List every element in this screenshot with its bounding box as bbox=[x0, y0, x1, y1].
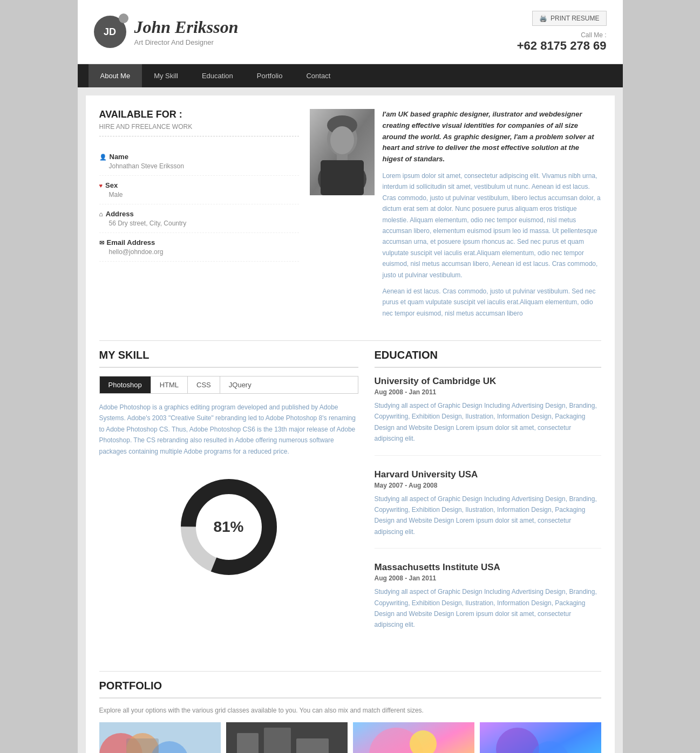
nav-item-contact[interactable]: Contact bbox=[294, 64, 342, 87]
bio-lorem2-link1: justo ut pulvinar vestibulum. bbox=[490, 287, 570, 295]
donut-label: 81% bbox=[213, 518, 243, 536]
skills-panel: MY SKILL Photoshop HTML CSS JQuery Adobe… bbox=[99, 349, 358, 655]
edu-uni-2: Harvard University USA bbox=[375, 469, 601, 480]
svg-rect-18 bbox=[264, 728, 291, 753]
edu-date-2: May 2007 - Aug 2008 bbox=[375, 482, 601, 489]
nav-item-skill[interactable]: My Skill bbox=[142, 64, 190, 87]
skills-title: MY SKILL bbox=[99, 349, 358, 368]
portfolio-item-2[interactable] bbox=[226, 722, 348, 753]
edu-desc-3-text1: Studying all aspect of Graphic Design bbox=[375, 588, 484, 595]
sex-value: Male bbox=[99, 191, 299, 198]
bio-lorem2-link2: nisl metus accumsan libero bbox=[445, 310, 523, 317]
svg-point-6 bbox=[330, 126, 354, 154]
skills-edu-section: MY SKILL Photoshop HTML CSS JQuery Adobe… bbox=[99, 349, 601, 655]
name-label: Name bbox=[99, 153, 299, 161]
portfolio-item-1[interactable] bbox=[99, 722, 221, 753]
tab-css[interactable]: CSS bbox=[188, 376, 220, 393]
printer-icon: 🖨️ bbox=[539, 15, 547, 22]
tab-jquery[interactable]: JQuery bbox=[220, 376, 260, 393]
hire-text: HIRE AND FREELANCE WORK bbox=[99, 123, 299, 136]
svg-rect-19 bbox=[296, 738, 329, 753]
logo-area: JD John Eriksson Art Director And Design… bbox=[94, 16, 239, 48]
divider-2 bbox=[99, 671, 601, 672]
donut-chart: 81% bbox=[175, 473, 283, 581]
bio-lorem1-text2: Aenean id est lacus. Cras commodo, justo… bbox=[383, 183, 601, 278]
nav-item-about[interactable]: About Me bbox=[89, 64, 142, 87]
right-panel: I'am UK based graphic designer, ilustrat… bbox=[310, 109, 601, 324]
site-name: John Eriksson bbox=[134, 17, 239, 37]
education-panel: EDUCATION University of Cambridge UK Aug… bbox=[375, 349, 601, 655]
profile-photo bbox=[310, 109, 375, 195]
edu-desc-1-text1: Studying all aspect of Graphic Design bbox=[375, 402, 484, 409]
name-info: Name Johnathan Steve Eriksson bbox=[99, 147, 299, 176]
portfolio-title: PORTFOLIO bbox=[99, 680, 601, 699]
skill-description: Adobe Photoshop is a graphics editing pr… bbox=[99, 402, 358, 457]
portfolio-item-3[interactable] bbox=[353, 722, 474, 753]
name-value: Johnathan Steve Eriksson bbox=[99, 162, 299, 170]
tab-photoshop[interactable]: Photoshop bbox=[100, 376, 151, 393]
skill-desc-link3: multiple Adobe programs for a reduced pr… bbox=[160, 448, 289, 455]
portfolio-item-4[interactable] bbox=[480, 722, 601, 753]
about-section: AVAILABLE FOR : HIRE AND FREELANCE WORK … bbox=[99, 109, 601, 324]
profile-photo-svg bbox=[310, 109, 375, 195]
edu-desc-1: Studying all aspect of Graphic Design In… bbox=[375, 400, 601, 444]
bio-lorem1-link1: vestibulum ut nunc. bbox=[474, 183, 530, 190]
name-title-block: John Eriksson Art Director And Designer bbox=[134, 17, 239, 46]
bio-lorem1: Lorem ipsum dolor sit amet, consectetur … bbox=[383, 170, 601, 280]
available-title: AVAILABLE FOR : bbox=[99, 109, 299, 120]
skill-tabs: Photoshop HTML CSS JQuery bbox=[99, 376, 358, 394]
user-icon bbox=[99, 153, 107, 161]
edu-item-3: Massachusetts Institute USA Aug 2008 - J… bbox=[375, 562, 601, 641]
bio-lorem2-text1: Aenean id est lacus. Cras commodo, bbox=[383, 287, 490, 295]
header: JD John Eriksson Art Director And Design… bbox=[78, 0, 623, 64]
email-info: Email Address hello@johndoe.org bbox=[99, 233, 299, 262]
edu-desc-2-text1: Studying all aspect of Graphic Design bbox=[375, 495, 484, 503]
bio-lorem2: Aenean id est lacus. Cras commodo, justo… bbox=[383, 286, 601, 319]
phone-number: +62 8175 278 69 bbox=[517, 39, 607, 53]
nav-item-education[interactable]: Education bbox=[190, 64, 245, 87]
edu-item-1: University of Cambridge UK Aug 2008 - Ja… bbox=[375, 376, 601, 456]
available-for: AVAILABLE FOR : HIRE AND FREELANCE WORK bbox=[99, 109, 299, 136]
edu-desc-2: Studying all aspect of Graphic Design In… bbox=[375, 494, 601, 538]
print-resume-button[interactable]: 🖨️ PRINT RESUME bbox=[532, 11, 606, 26]
svg-rect-17 bbox=[237, 733, 259, 753]
divider-1 bbox=[99, 340, 601, 341]
svg-rect-7 bbox=[321, 160, 364, 195]
bio-intro: I'am UK based graphic designer, ilustrat… bbox=[383, 109, 601, 165]
home-icon bbox=[99, 210, 103, 218]
main-content: AVAILABLE FOR : HIRE AND FREELANCE WORK … bbox=[86, 95, 615, 753]
svg-rect-14 bbox=[126, 738, 159, 753]
address-label: Address bbox=[99, 210, 299, 218]
portfolio-grid bbox=[99, 722, 601, 753]
edu-desc-3: Studying all aspect of Graphic Design In… bbox=[375, 586, 601, 631]
avatar: JD bbox=[94, 16, 126, 48]
edu-date-3: Aug 2008 - Jan 2011 bbox=[375, 574, 601, 582]
header-right: 🖨️ PRINT RESUME Call Me : +62 8175 278 6… bbox=[517, 11, 607, 53]
email-label-item: Email Address bbox=[99, 238, 299, 247]
address-info: Address 56 Dry street, City, Country bbox=[99, 204, 299, 233]
skill-desc-link2: Adobe Photoshop CS. bbox=[106, 426, 170, 433]
call-label: Call Me : bbox=[517, 31, 607, 39]
heart-icon bbox=[99, 181, 103, 189]
avatar-initials: JD bbox=[104, 26, 116, 38]
edu-date-1: Aug 2008 - Jan 2011 bbox=[375, 388, 601, 396]
tab-html[interactable]: HTML bbox=[151, 376, 188, 393]
email-icon bbox=[99, 238, 104, 247]
address-value: 56 Dry street, City, Country bbox=[99, 220, 299, 227]
print-label: PRINT RESUME bbox=[551, 15, 599, 22]
donut-container: 81% bbox=[99, 468, 358, 586]
site-subtitle: Art Director And Designer bbox=[134, 38, 239, 46]
main-nav: About Me My Skill Education Portfolio Co… bbox=[78, 64, 623, 87]
sex-info: Sex Male bbox=[99, 176, 299, 204]
skill-desc-link1: "Creative Suite" bbox=[168, 414, 214, 422]
portfolio-section: PORTFOLIO Explore all your options with … bbox=[99, 680, 601, 753]
portfolio-subtitle: Explore all your options with the variou… bbox=[99, 707, 601, 714]
nav-item-portfolio[interactable]: Portfolio bbox=[245, 64, 295, 87]
edu-uni-1: University of Cambridge UK bbox=[375, 376, 601, 387]
sex-label: Sex bbox=[99, 181, 299, 189]
left-panel: AVAILABLE FOR : HIRE AND FREELANCE WORK … bbox=[99, 109, 299, 324]
bio-text: I'am UK based graphic designer, ilustrat… bbox=[383, 109, 601, 324]
edu-item-2: Harvard University USA May 2007 - Aug 20… bbox=[375, 469, 601, 549]
email-value: hello@johndoe.org bbox=[99, 248, 299, 256]
edu-uni-3: Massachusetts Institute USA bbox=[375, 562, 601, 573]
